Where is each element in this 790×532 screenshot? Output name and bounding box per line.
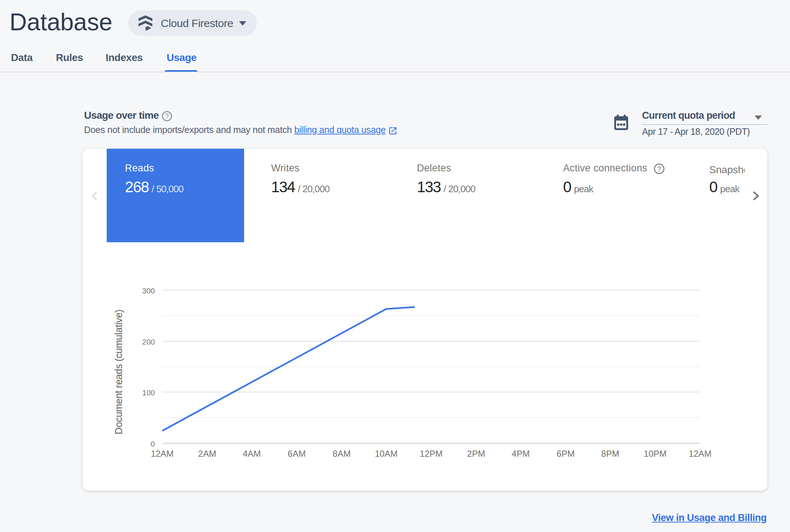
svg-text:?: ?	[165, 113, 169, 120]
svg-text:?: ?	[657, 165, 661, 173]
